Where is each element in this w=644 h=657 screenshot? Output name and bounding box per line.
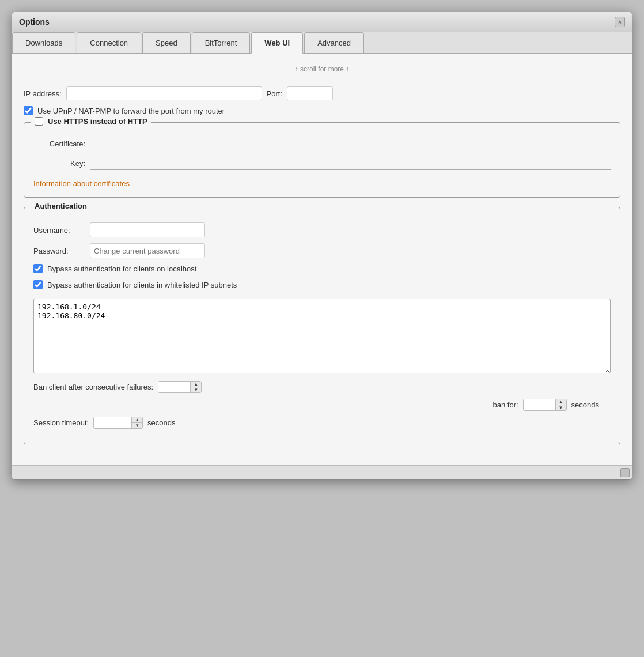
upnp-checkbox[interactable]	[24, 106, 33, 115]
certificate-row: Certificate:	[33, 137, 611, 150]
auth-legend: Authentication	[31, 202, 90, 210]
ban-for-input[interactable]: 3600	[524, 399, 555, 410]
password-input[interactable]	[90, 243, 205, 258]
content-area: ↑ scroll for more ↑ IP address: Port: Us…	[12, 54, 632, 465]
tab-advanced[interactable]: Advanced	[304, 32, 364, 53]
ip-address-input[interactable]	[66, 86, 262, 100]
bypass-localhost-checkbox[interactable]	[33, 264, 43, 273]
key-label: Key:	[33, 159, 85, 168]
key-row: Key:	[33, 156, 611, 170]
ban-arrows: ▲ ▼	[190, 382, 201, 392]
certificate-input[interactable]	[90, 137, 611, 150]
tab-bittorrent[interactable]: BitTorrent	[192, 32, 251, 53]
session-timeout-spinner[interactable]: 25920 ▲ ▼	[93, 417, 143, 429]
bypass-whitelist-checkbox[interactable]	[33, 280, 43, 289]
port-input[interactable]	[287, 86, 333, 100]
certificate-label: Certificate:	[33, 139, 85, 148]
info-link[interactable]: Information about certificates	[33, 179, 130, 188]
ban-label: Ban client after consecutive failures:	[33, 383, 153, 391]
username-input[interactable]	[90, 222, 205, 237]
tab-bar: Downloads Connection Speed BitTorrent We…	[12, 32, 632, 54]
ban-for-arrows: ▲ ▼	[555, 399, 566, 410]
bypass-localhost-label: Bypass authentication for clients on loc…	[47, 265, 196, 273]
session-timeout-label: Session timeout:	[33, 418, 89, 427]
ban-decrement-button[interactable]: ▼	[191, 387, 201, 392]
window-title: Options	[19, 17, 50, 27]
bypass-whitelist-label: Bypass authentication for clients in whi…	[47, 281, 237, 289]
tab-downloads[interactable]: Downloads	[12, 32, 75, 53]
tab-speed[interactable]: Speed	[142, 32, 191, 53]
ban-value-spinner[interactable]: 10 ▲ ▼	[158, 381, 202, 393]
ip-port-row: IP address: Port:	[24, 86, 620, 100]
ban-value-input[interactable]: 10	[158, 382, 190, 392]
ban-for-label: ban for:	[493, 401, 518, 409]
bypass-localhost-row: Bypass authentication for clients on loc…	[33, 264, 611, 273]
username-row: Username:	[33, 222, 611, 237]
password-row: Password:	[33, 243, 611, 258]
bypass-whitelist-row: Bypass authentication for clients in whi…	[33, 280, 611, 289]
tab-connection[interactable]: Connection	[77, 32, 141, 53]
upnp-label: Use UPnP / NAT-PMP to forward the port f…	[37, 107, 225, 115]
username-label: Username:	[33, 226, 85, 235]
scrollbar-thumb[interactable]	[620, 468, 630, 477]
session-arrows: ▲ ▼	[131, 417, 142, 428]
scrollbar-area	[12, 465, 632, 479]
session-increment-button[interactable]: ▲	[132, 417, 142, 423]
https-legend: Use HTTPS instead of HTTP	[31, 117, 151, 126]
session-timeout-input[interactable]: 25920	[94, 417, 131, 428]
session-timeout-row: Session timeout: 25920 ▲ ▼ seconds	[33, 417, 611, 429]
upnp-row: Use UPnP / NAT-PMP to forward the port f…	[24, 106, 620, 115]
https-checkbox[interactable]	[35, 117, 43, 126]
ip-label: IP address:	[24, 89, 62, 98]
close-button[interactable]: ×	[615, 17, 625, 27]
ban-increment-button[interactable]: ▲	[191, 382, 201, 387]
https-section: Use HTTPS instead of HTTP Certificate: K…	[24, 122, 620, 198]
ban-for-spinner[interactable]: 3600 ▲ ▼	[523, 399, 567, 411]
ban-row: Ban client after consecutive failures: 1…	[33, 381, 611, 393]
ban-seconds-label: seconds	[571, 401, 599, 409]
session-decrement-button[interactable]: ▼	[132, 423, 142, 428]
session-seconds-label: seconds	[147, 418, 175, 427]
ban-for-decrement-button[interactable]: ▼	[556, 405, 566, 410]
ban-for-increment-button[interactable]: ▲	[556, 399, 566, 405]
ban-for-row: ban for: 3600 ▲ ▼ seconds	[33, 399, 611, 411]
tab-webui[interactable]: Web UI	[251, 32, 303, 54]
port-label: Port:	[267, 89, 282, 98]
options-window: Options × Downloads Connection Speed Bit…	[12, 12, 632, 480]
auth-section: Authentication Username: Password: Bypas…	[24, 207, 620, 444]
https-legend-label: Use HTTPS instead of HTTP	[48, 117, 147, 126]
key-input[interactable]	[90, 156, 611, 170]
title-bar: Options ×	[12, 12, 632, 32]
whitelist-textarea[interactable]	[33, 299, 611, 373]
password-label: Password:	[33, 247, 85, 255]
scroll-hint: ↑ scroll for more ↑	[24, 63, 620, 78]
